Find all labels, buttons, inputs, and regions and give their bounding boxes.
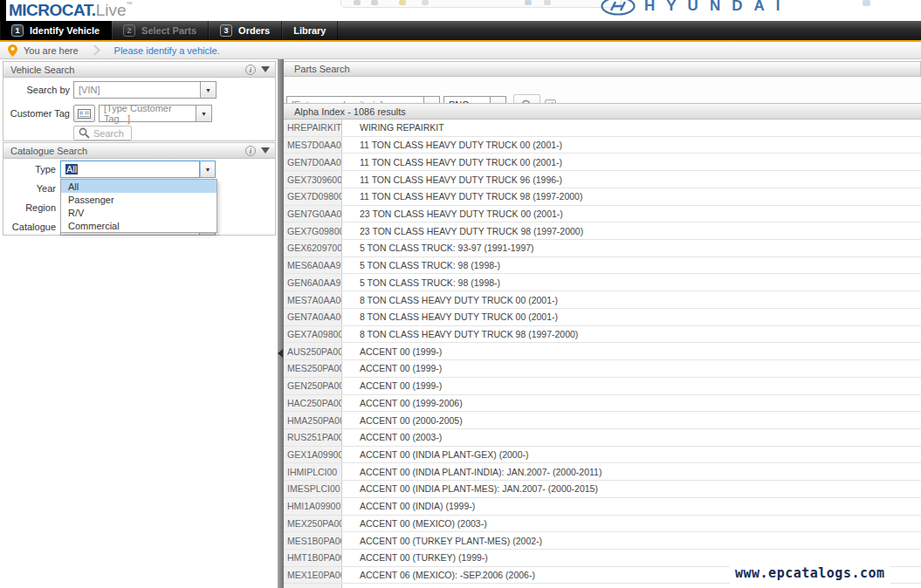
part-code-cell: RUS251PA00	[284, 429, 342, 446]
part-description-cell: 11 TON CLASS HEAVY DUTY TRUCK 98 (1997-2…	[342, 188, 921, 205]
type-dropdown-button[interactable]: ▼	[200, 161, 216, 178]
collapse-left-arrow-icon[interactable]	[278, 349, 283, 358]
part-code-cell: GEN7G0AA00	[284, 206, 342, 222]
customer-tag-input[interactable]: [Type Customer Tag...]	[99, 105, 196, 122]
table-row[interactable]: MES7D0AA00 11 TON CLASS HEAVY DUTY TRUCK…	[284, 137, 921, 154]
clipped-toolbar-icon	[544, 0, 551, 5]
tab-label: Orders	[238, 25, 270, 36]
tab-identify-vehicle[interactable]: 1 Identify Vehicle	[0, 21, 112, 40]
customer-tag-dropdown-button[interactable]: ▼	[196, 105, 212, 122]
customer-tag-card-button[interactable]	[73, 105, 95, 122]
table-row[interactable]: GEX7G09800 23 TON CLASS HEAVY DUTY TRUCK…	[284, 222, 921, 240]
vehicle-search-button[interactable]: Search	[73, 126, 132, 140]
type-option-rv[interactable]: R/V	[61, 206, 217, 219]
table-row[interactable]: MES6A0AA97 5 TON CLASS TRUCK: 98 (1998-)	[284, 257, 921, 275]
table-row[interactable]: MES7A0AA00 8 TON CLASS HEAVY DUTY TRUCK …	[284, 291, 921, 309]
table-row[interactable]: GEX7D09800 11 TON CLASS HEAVY DUTY TRUCK…	[284, 188, 921, 206]
table-row[interactable]: GEN7A0AA00 8 TON CLASS HEAVY DUTY TRUCK …	[284, 309, 921, 326]
table-row[interactable]: GEX6209700 5 TON CLASS TRUCK: 93-97 (199…	[284, 240, 921, 257]
part-description-cell: 5 TON CLASS TRUCK: 98 (1998-)	[342, 274, 921, 291]
part-description-cell: 11 TON CLASS HEAVY DUTY TRUCK 96 (1996-)	[342, 171, 921, 188]
part-code-cell: HMI1A09900	[284, 498, 342, 515]
table-row[interactable]: RUS251PA00 ACCENT 00 (2003-)	[284, 429, 921, 447]
part-code-cell: IHMIPLCI00	[284, 463, 342, 480]
part-code-cell: MES7D0AA00	[284, 137, 342, 154]
info-icon[interactable]: i	[245, 146, 256, 156]
table-row[interactable]: MES1B0PA00 ACCENT 00 (TURKEY PLANT-MES) …	[284, 532, 921, 550]
table-row[interactable]: GEX1A09900 ACCENT 00 (INDIA PLANT-GEX) (…	[284, 447, 921, 464]
table-row[interactable]: HMA250PA00 ACCENT 00 (2000-2005)	[284, 412, 921, 429]
type-option-commercial[interactable]: Commercial	[61, 219, 217, 232]
type-option-passenger[interactable]: Passenger	[61, 193, 217, 206]
table-row[interactable]: GEX7A09800 8 TON CLASS HEAVY DUTY TRUCK …	[284, 326, 921, 344]
part-description-cell: ACCENT 00 (1999-)	[342, 360, 921, 377]
part-code-cell: HMT1B0PA00	[284, 550, 342, 566]
part-code-cell: MES7A0AA00	[284, 291, 342, 308]
part-description-cell: 5 TON CLASS TRUCK: 93-97 (1991-1997)	[342, 240, 921, 256]
type-selected-value: All	[65, 164, 78, 174]
parts-search-region: Parts Search [Enter search criteria] ▼ P…	[284, 59, 921, 588]
collapse-panel-icon[interactable]	[261, 147, 270, 154]
part-code-cell: AUS250PA00	[284, 343, 342, 359]
table-row[interactable]: HMI1A09900 ACCENT 00 (INDIA) (1999-)	[284, 498, 921, 516]
breadcrumb: You are here Please identify a vehicle.	[0, 42, 921, 59]
table-row[interactable]: GEN7G0AA00 23 TON CLASS HEAVY DUTY TRUCK…	[284, 206, 921, 223]
tab-select-parts[interactable]: 2 Select Parts	[112, 21, 209, 40]
collapse-panel-icon[interactable]	[261, 66, 270, 72]
table-row[interactable]: IMESPLCI00 ACCENT 00 (INDIA PLANT-MES): …	[284, 481, 921, 498]
part-description-cell: ACCENT 00 (MEXICO) (2003-)	[342, 516, 921, 532]
tab-library[interactable]: Library	[282, 21, 338, 40]
part-code-cell: GEX1A09900	[284, 447, 342, 463]
table-row[interactable]: MES250PA00 ACCENT 00 (1999-)	[284, 360, 921, 378]
type-option-all[interactable]: All	[61, 180, 217, 193]
info-icon[interactable]: i	[245, 65, 256, 75]
part-description-cell: ACCENT 00 (2000-2005)	[342, 412, 921, 428]
catalogue-search-panel: Catalogue Search i Type Year Region Cata…	[3, 142, 276, 236]
part-code-cell: GEX7A09800	[284, 326, 342, 343]
search-by-value: [VIN]	[79, 85, 100, 95]
year-label: Year	[0, 183, 56, 194]
tab-label: Select Parts	[141, 25, 196, 36]
part-description-cell: 23 TON CLASS HEAVY DUTY TRUCK 00 (2001-)	[342, 206, 921, 222]
table-row[interactable]: GEX7309600 11 TON CLASS HEAVY DUTY TRUCK…	[284, 171, 921, 188]
table-row[interactable]: GEN7D0AA00 11 TON CLASS HEAVY DUTY TRUCK…	[284, 154, 921, 171]
microcat-live-logo: MICROCAT.Live™	[9, 1, 133, 20]
clipped-toolbar-icon	[371, 0, 378, 5]
table-row[interactable]: GEN6A0AA97 5 TON CLASS TRUCK: 98 (1998-)	[284, 274, 921, 291]
panel-splitter[interactable]	[278, 59, 284, 588]
hyundai-oval-h-icon	[601, 0, 636, 16]
part-description-cell: ACCENT 00 (INDIA) (1999-)	[342, 498, 921, 515]
region-label: Region	[0, 202, 56, 213]
part-description-cell: ACCENT 00 (INDIA PLANT-GEX) (2000-)	[342, 447, 921, 463]
part-description-cell: 8 TON CLASS HEAVY DUTY TRUCK 00 (2001-)	[342, 291, 921, 308]
you-are-here-label: You are here	[24, 45, 79, 56]
part-description-cell: ACCENT 00 (1999-2006)	[342, 395, 921, 412]
search-by-label: Search by	[3, 85, 70, 95]
chevron-down-icon: ▼	[205, 87, 211, 93]
clipped-toolbar-icon	[354, 0, 361, 5]
part-code-cell: MES6A0AA97	[284, 257, 342, 274]
table-row[interactable]: IHMIPLCI00 ACCENT 00 (INDIA PLANT-INDIA)…	[284, 463, 921, 481]
part-code-cell: GEN250PA00	[284, 378, 342, 394]
table-row[interactable]: HAC250PA00 ACCENT 00 (1999-2006)	[284, 395, 921, 413]
tab-label: Library	[293, 25, 326, 36]
tab-step-badge: 1	[11, 24, 24, 37]
clipped-toolbar-icon	[525, 0, 532, 5]
table-row[interactable]: GEN250PA00 ACCENT 00 (1999-)	[284, 378, 921, 395]
search-by-dropdown-button[interactable]: ▼	[201, 81, 217, 99]
tab-orders[interactable]: 3 Orders	[209, 21, 282, 40]
table-row[interactable]: HREPAIRKIT WIRING REPAIRKIT	[284, 120, 921, 137]
parts-search-title: Parts Search	[294, 64, 350, 74]
table-row[interactable]: KMEXPMC06 ACCENT 06 (MEXICO): SEP.2006- …	[284, 584, 921, 588]
table-row[interactable]: AUS250PA00 ACCENT 00 (1999-)	[284, 343, 921, 360]
catalogue-search-header: Catalogue Search i	[3, 143, 275, 159]
part-description-cell: 11 TON CLASS HEAVY DUTY TRUCK 00 (2001-)	[342, 154, 921, 170]
part-description-cell: ACCENT 06 (MEXICO): SEP.2006- (2006-)	[342, 584, 921, 588]
part-description-cell: WIRING REPAIRKIT	[342, 120, 921, 136]
part-code-cell: GEX7309600	[284, 171, 342, 188]
left-edge-strip	[0, 0, 6, 21]
search-by-combobox[interactable]: [VIN]	[73, 81, 201, 99]
table-row[interactable]: MEX250PA00 ACCENT 00 (MEXICO) (2003-)	[284, 516, 921, 533]
part-description-cell: 5 TON CLASS TRUCK: 98 (1998-)	[342, 257, 921, 274]
type-combobox[interactable]: All	[60, 161, 200, 178]
